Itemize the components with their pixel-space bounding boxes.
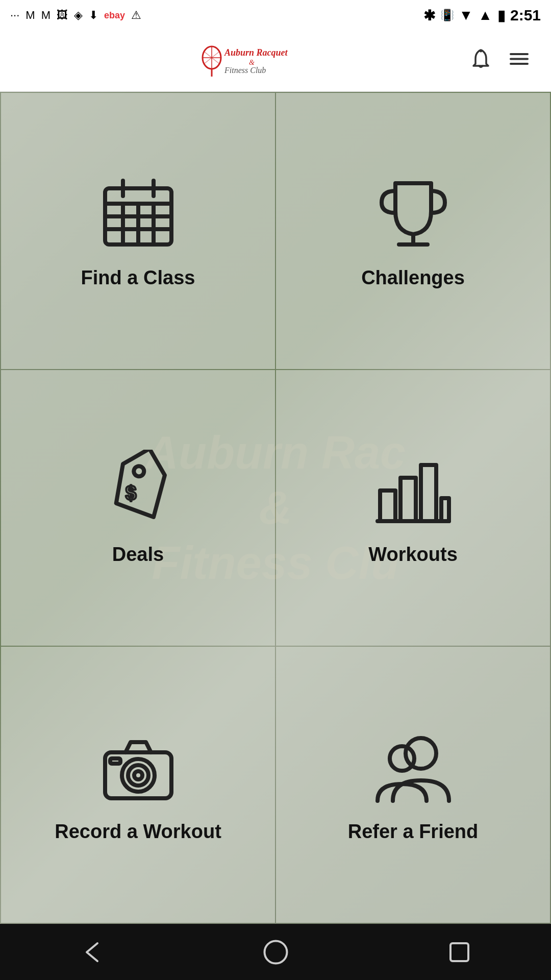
svg-point-36 <box>406 738 436 769</box>
svg-point-33 <box>128 765 148 786</box>
notification-dots: ··· <box>10 9 19 22</box>
price-tag-icon: $ <box>97 450 179 531</box>
workouts-label: Workouts <box>368 544 458 566</box>
record-a-workout-label: Record a Workout <box>55 821 221 843</box>
dropbox-icon: ◈ <box>74 9 83 22</box>
warning-icon: ⚠ <box>131 9 141 22</box>
back-icon <box>78 938 106 966</box>
photos-icon: 🖼 <box>57 9 68 22</box>
bottom-navigation <box>0 924 551 980</box>
status-time: 2:51 <box>510 7 541 24</box>
main-grid: Find a Class Challenges <box>0 92 551 924</box>
svg-text:$: $ <box>126 482 136 504</box>
bar-chart-icon <box>372 450 454 531</box>
status-bar: ··· M M 🖼 ◈ ⬇ ebay ⚠ ✱ 📳 ▼ ▲ ▮ 2:51 <box>0 0 551 31</box>
back-button[interactable] <box>78 938 106 966</box>
bell-icon <box>469 47 492 70</box>
camera-icon <box>97 727 179 808</box>
logo-svg: Auburn Racquet & Fitness Club <box>199 43 332 79</box>
trophy-icon <box>372 173 454 255</box>
svg-rect-26 <box>380 491 395 521</box>
refer-a-friend-label: Refer a Friend <box>348 821 479 843</box>
workouts-cell[interactable]: Workouts <box>276 370 550 646</box>
wifi-icon: ▼ <box>459 7 473 23</box>
svg-text:&: & <box>249 59 255 66</box>
gmail-icon: M <box>26 9 35 22</box>
svg-point-38 <box>264 941 287 963</box>
gmail-icon-2: M <box>41 9 51 22</box>
svg-point-37 <box>390 746 414 771</box>
bell-button[interactable] <box>469 47 492 75</box>
app-logo: Auburn Racquet & Fitness Club <box>199 43 332 79</box>
people-icon <box>372 727 454 808</box>
challenges-cell[interactable]: Challenges <box>276 93 550 369</box>
home-button[interactable] <box>262 938 290 966</box>
hamburger-icon <box>508 47 531 70</box>
svg-rect-35 <box>110 758 120 764</box>
status-left-icons: ··· M M 🖼 ◈ ⬇ ebay ⚠ <box>10 9 141 22</box>
menu-button[interactable] <box>508 47 531 75</box>
svg-rect-27 <box>400 478 416 521</box>
svg-rect-30 <box>441 498 449 521</box>
ebay-icon: ebay <box>104 10 125 21</box>
download-icon: ⬇ <box>89 9 98 22</box>
svg-rect-39 <box>450 943 468 961</box>
find-a-class-cell[interactable]: Find a Class <box>1 93 275 369</box>
svg-point-34 <box>134 771 142 779</box>
bluetooth-icon: ✱ <box>423 7 435 24</box>
deals-label: Deals <box>112 544 164 566</box>
svg-text:Fitness Club: Fitness Club <box>224 66 266 75</box>
challenges-label: Challenges <box>361 267 465 289</box>
svg-rect-28 <box>421 465 436 521</box>
app-header: Auburn Racquet & Fitness Club <box>0 31 551 92</box>
signal-icon: ▲ <box>478 7 492 23</box>
refer-a-friend-cell[interactable]: Refer a Friend <box>276 647 550 923</box>
header-icons <box>469 47 531 75</box>
vibrate-icon: 📳 <box>440 9 454 22</box>
battery-icon: ▮ <box>497 7 505 24</box>
find-a-class-label: Find a Class <box>81 267 195 289</box>
home-circle-icon <box>262 938 290 966</box>
svg-text:Auburn Racquet: Auburn Racquet <box>224 47 288 58</box>
record-a-workout-cell[interactable]: Record a Workout <box>1 647 275 923</box>
recent-apps-icon <box>445 938 473 966</box>
deals-cell[interactable]: $ Deals <box>1 370 275 646</box>
svg-point-24 <box>132 464 145 478</box>
main-content: Auburn Rac&Fitness Clu Find a Class <box>0 92 551 924</box>
status-right-icons: ✱ 📳 ▼ ▲ ▮ 2:51 <box>423 7 541 24</box>
calendar-icon <box>97 173 179 255</box>
svg-point-9 <box>480 50 482 52</box>
recent-apps-button[interactable] <box>445 938 473 966</box>
